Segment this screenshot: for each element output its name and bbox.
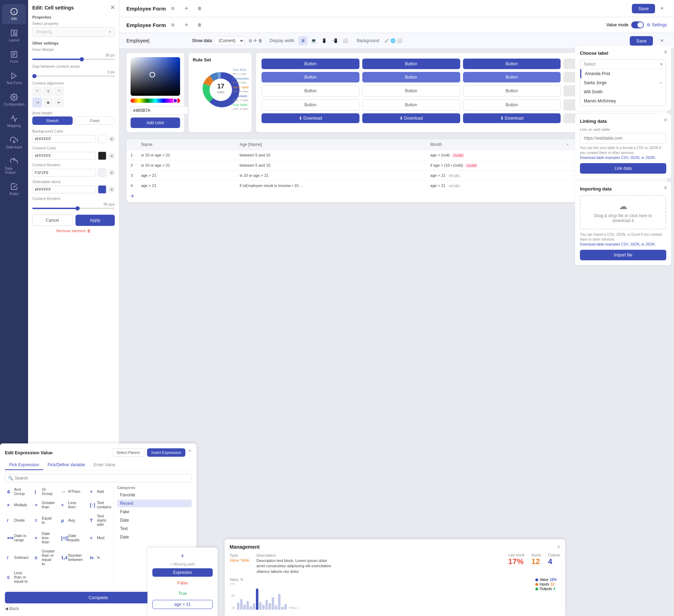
bg-color-input[interactable]: #FFFFFF <box>32 135 96 143</box>
selectable-items-clear[interactable]: ✕ <box>108 186 115 193</box>
bg-square-icon[interactable]: ⬜ <box>397 38 402 43</box>
add-missing-path[interactable]: + <box>152 553 213 560</box>
dw-tablet-icon[interactable]: 📱 <box>319 36 329 45</box>
sample-btn-3-2[interactable]: Button <box>362 85 460 96</box>
tab-pick-variable[interactable]: Pick/Define Variable <box>43 460 89 470</box>
sidebar-item-testform[interactable]: Test Form <box>2 68 26 88</box>
op-date-range[interactable]: ⟺Date in range <box>5 530 31 545</box>
sample-btn-3-1[interactable]: Button <box>262 85 359 96</box>
selectable-items-input[interactable]: #FFFFFF <box>32 186 96 193</box>
dw-mobile-icon[interactable]: 📲 <box>330 36 339 45</box>
op-greater[interactable]: >Greater than <box>33 499 57 510</box>
linking-data-close[interactable]: ✕ <box>663 117 668 123</box>
expr-node-false[interactable]: False <box>152 579 213 587</box>
sample-btn-2-3[interactable]: Button <box>463 72 561 82</box>
fixed-btn[interactable]: Fixed <box>75 116 115 125</box>
sample-btn-4-2[interactable]: Button <box>362 99 460 111</box>
dw-desktop-icon[interactable]: 🖥 <box>298 36 308 45</box>
move-editor-icon[interactable]: ✛ <box>253 38 257 43</box>
content-color-clear[interactable]: ✕ <box>108 153 115 159</box>
cat-fake[interactable]: Fake <box>117 508 192 516</box>
cat-favorite[interactable]: Favorite <box>117 491 192 499</box>
stretch-btn[interactable]: Stretch <box>32 116 73 125</box>
align-top-left[interactable]: ⌜ <box>32 87 42 96</box>
op-lte[interactable]: ≤Less than or equal to <box>5 569 31 585</box>
cat-recent[interactable]: Recent <box>117 500 192 507</box>
paint-icon[interactable]: 🖊 <box>385 38 389 43</box>
op-and-group[interactable]: &And Group <box>5 486 31 497</box>
choose-option-2[interactable]: Santa Jorge ✏ <box>580 78 666 87</box>
link-input[interactable] <box>580 133 666 143</box>
add-month-col[interactable]: + <box>566 142 569 147</box>
tab-pick-expression[interactable]: Pick Expression <box>5 460 43 470</box>
bg-color-clear[interactable]: ✕ <box>108 136 115 142</box>
trash-editor-icon[interactable]: 🗑 <box>258 38 263 43</box>
sidebar-item-form[interactable]: Form <box>2 47 26 67</box>
sample-btn-1-3[interactable]: Button <box>463 59 561 69</box>
content-borders-input[interactable]: F1F1F6 <box>32 169 96 176</box>
op-subtract[interactable]: /Subtract <box>5 548 31 567</box>
remove-element-link[interactable]: Remove element 🗑 <box>32 229 115 233</box>
op-equal[interactable]: =Equal to <box>33 513 57 528</box>
choose-option-4[interactable]: Marvin McKinney <box>580 96 666 106</box>
op-less[interactable]: <Less then <box>59 499 86 510</box>
cat-date-1[interactable]: Date <box>117 516 192 524</box>
sample-btn-4-1[interactable]: Button <box>262 99 359 111</box>
show-data-select[interactable]: (Current) <box>214 36 245 45</box>
hex-input[interactable] <box>131 106 188 115</box>
content-color-box[interactable] <box>98 152 106 160</box>
sample-btn-1-1[interactable]: Button <box>262 59 359 69</box>
importing-data-close[interactable]: ✕ <box>663 185 668 190</box>
align-top-center[interactable]: ⊤ <box>43 87 53 96</box>
sidebar-item-layout[interactable]: Layout <box>2 26 26 46</box>
sample-btn-2-2[interactable]: Button <box>362 72 460 82</box>
color-gradient[interactable] <box>131 57 180 96</box>
choose-label-close[interactable]: ✕ <box>663 49 668 55</box>
sample-btn-1-2[interactable]: Button <box>362 59 460 69</box>
choose-select-header[interactable]: Select ▾ <box>580 60 666 69</box>
move-icon[interactable]: ✛ <box>181 4 191 13</box>
op-divide[interactable]: /Divide <box>5 513 31 528</box>
sidebar-item-mapping[interactable]: Mapping <box>2 111 26 131</box>
download-btn-3[interactable]: ⬇ Download <box>463 113 561 123</box>
insert-expression-button[interactable]: Insert Expression <box>147 448 185 457</box>
align-middle-left[interactable]: ⊣ <box>32 98 42 107</box>
form-name-input[interactable] <box>126 38 188 43</box>
content-color-input[interactable]: #FFFFFF <box>32 152 96 160</box>
op-add[interactable]: +Add <box>88 486 113 497</box>
op-text-contains[interactable]: [↑]Text contains <box>88 499 113 510</box>
globe-icon[interactable]: 🌐 <box>390 38 396 43</box>
sidebar-item-configuration[interactable]: Configuration <box>2 90 26 110</box>
select-parent-button[interactable]: Select Parent <box>112 448 144 457</box>
sidebar-item-data-output[interactable]: Data Output <box>2 154 26 178</box>
align-middle-center[interactable]: ⊕ <box>43 98 53 107</box>
op-text-starts[interactable]: TText starts with <box>88 513 113 528</box>
expr-node-expression[interactable]: Expresion <box>152 568 213 577</box>
align-top-right[interactable]: ⌝ <box>54 87 64 96</box>
choose-option-3[interactable]: Will Smith <box>580 87 666 96</box>
op-if-then[interactable]: ↔If/Then <box>59 486 86 497</box>
dw-small-icon[interactable]: ⬜ <box>341 36 350 45</box>
expr-close-icon[interactable]: ✕ <box>188 448 192 457</box>
sample-btn-2-1[interactable]: Button <box>262 72 359 82</box>
op-is[interactable]: isIs <box>88 548 113 567</box>
second-delete-icon[interactable]: 🗑 <box>195 20 205 30</box>
sample-btn-3-3[interactable]: Button <box>463 85 561 96</box>
content-borders-box[interactable] <box>98 168 106 177</box>
link-data-button[interactable]: Link data <box>580 163 666 174</box>
op-mod[interactable]: =Mod <box>88 530 113 545</box>
add-color-button[interactable]: Add color <box>131 118 180 128</box>
download-btn-1[interactable]: ⬇ Download <box>262 113 359 123</box>
sidebar-item-info[interactable]: Info <box>2 4 26 24</box>
mgmt-close-icon[interactable]: ✕ <box>557 544 560 549</box>
op-or-group[interactable]: |Or Group <box>33 486 57 497</box>
sample-btn-4-3[interactable]: Button <box>463 99 561 111</box>
choose-option-1[interactable]: Amanda Prist <box>580 69 666 78</box>
content-borders-clear[interactable]: ✕ <box>108 169 115 176</box>
dw-laptop-icon[interactable]: 💻 <box>309 36 318 45</box>
inner-margin-slider[interactable] <box>32 59 115 60</box>
copy-icon[interactable]: ⧉ <box>168 4 178 13</box>
import-drop-area[interactable]: ☁ Drag & drop file or click here to down… <box>580 195 666 229</box>
download-btn-2[interactable]: ⬇ Download <box>362 113 460 123</box>
selectable-items-box[interactable] <box>98 185 106 194</box>
